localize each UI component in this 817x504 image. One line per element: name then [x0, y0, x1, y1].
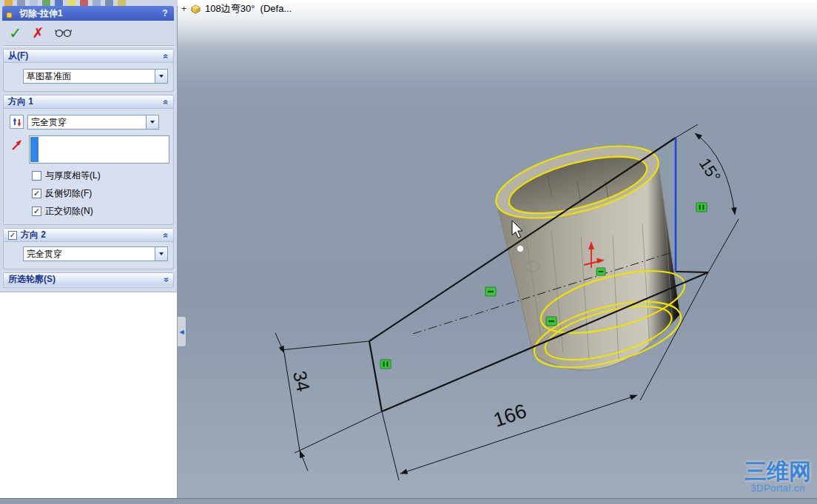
- toolbar-icon[interactable]: [105, 0, 113, 6]
- checkbox-link-thickness[interactable]: 与厚度相等(L): [32, 169, 101, 182]
- end-condition-value-2: 完全贯穿: [24, 248, 155, 261]
- toolbar-icon[interactable]: [55, 0, 63, 6]
- solidworks-window: 切除-拉伸1 ? ✓ ✗ 从(F) « 草图基准面: [0, 0, 817, 504]
- panel-title: 切除-拉伸1: [19, 7, 156, 20]
- checkbox-label: 反侧切除(F): [45, 187, 92, 200]
- toolbar-icon[interactable]: [67, 0, 75, 6]
- group-selected-contours: 所选轮廓(S) «: [3, 272, 174, 288]
- group-direction1-header[interactable]: 方向 1 «: [4, 95, 173, 109]
- from-plane-value: 草图基准面: [24, 70, 155, 83]
- group-from: 从(F) « 草图基准面: [3, 49, 174, 92]
- checkbox-label: 正交切除(N): [45, 205, 93, 218]
- group-from-label: 从(F): [8, 50, 160, 62]
- checkbox-box[interactable]: ✓: [32, 189, 41, 198]
- toolbar-icon[interactable]: [80, 0, 88, 6]
- expand-chevron-icon[interactable]: «: [162, 277, 171, 282]
- bottom-edge-strip: [0, 498, 817, 504]
- toolbar-icon[interactable]: [30, 0, 38, 6]
- cancel-button[interactable]: ✗: [33, 26, 44, 40]
- checkbox-flip-side-to-cut[interactable]: ✓ 反侧切除(F): [32, 187, 92, 200]
- relation-badge[interactable]: [380, 360, 391, 369]
- group-selected-contours-header[interactable]: 所选轮廓(S) «: [4, 273, 173, 286]
- group-direction1-label: 方向 1: [8, 95, 160, 108]
- cylinder-body[interactable]: [488, 132, 690, 380]
- from-plane-dropdown[interactable]: 草图基准面: [23, 69, 168, 84]
- panel-titlebar: 切除-拉伸1 ?: [2, 6, 174, 21]
- group-direction2-label: 方向 2: [21, 229, 160, 241]
- graphics-viewport[interactable]: + 108边弯30° (Defa... ◀: [178, 0, 817, 504]
- relation-badge[interactable]: [546, 317, 557, 326]
- relation-badge[interactable]: [696, 203, 707, 212]
- relation-badge[interactable]: [596, 268, 605, 275]
- end-condition-value-1: 完全贯穿: [28, 116, 146, 129]
- checkbox-normal-cut[interactable]: ✓ 正交切除(N): [32, 205, 93, 218]
- ok-button[interactable]: ✓: [9, 25, 22, 41]
- group-direction1: 方向 1 « 完全贯穿: [3, 95, 174, 225]
- group-from-header[interactable]: 从(F) «: [4, 50, 173, 63]
- dimension-34[interactable]: [275, 333, 382, 471]
- detailed-preview-glasses-icon[interactable]: [55, 28, 73, 38]
- dropdown-arrow-icon[interactable]: [155, 70, 167, 83]
- checkbox-label: 与厚度相等(L): [45, 169, 101, 182]
- reverse-direction-button[interactable]: [10, 115, 24, 129]
- property-manager-panel: 切除-拉伸1 ? ✓ ✗ 从(F) « 草图基准面: [0, 6, 178, 504]
- toolbar-sliver: [0, 0, 182, 6]
- checkbox-box[interactable]: [32, 171, 41, 181]
- collapse-chevron-icon[interactable]: «: [162, 99, 171, 104]
- dimension-166-text[interactable]: 166: [491, 400, 529, 431]
- end-condition-dropdown-1[interactable]: 完全贯穿: [27, 115, 159, 130]
- direction-reference-selection-box[interactable]: [29, 135, 169, 164]
- dimension-34-text[interactable]: 34: [289, 369, 315, 393]
- divider: [3, 45, 174, 47]
- checkbox-box[interactable]: ✓: [32, 206, 41, 216]
- dimension-15-text[interactable]: 15°: [696, 155, 724, 186]
- panel-empty-area: [0, 292, 177, 504]
- selection-highlight-strip: [30, 137, 38, 162]
- end-condition-dropdown-2[interactable]: 完全贯穿: [23, 246, 168, 261]
- toolbar-icon[interactable]: [17, 0, 25, 6]
- dropdown-arrow-icon[interactable]: [146, 115, 158, 129]
- group-direction2-header[interactable]: ✓ 方向 2 «: [4, 229, 173, 242]
- dimension-15deg[interactable]: [676, 124, 739, 272]
- dropdown-arrow-icon[interactable]: [155, 247, 167, 261]
- group-direction2: ✓ 方向 2 « 完全贯穿: [3, 228, 174, 269]
- direction2-enable-checkbox[interactable]: ✓: [8, 231, 17, 240]
- collapse-chevron-icon[interactable]: «: [162, 53, 171, 58]
- panel-action-bar: ✓ ✗: [4, 22, 73, 43]
- cut-extrude-icon: [6, 9, 16, 19]
- help-button[interactable]: ?: [160, 8, 170, 19]
- direction-reference-arrow-icon: [10, 138, 24, 155]
- relation-badge[interactable]: [485, 287, 496, 296]
- toolbar-icon[interactable]: [4, 0, 13, 6]
- collapse-chevron-icon[interactable]: «: [162, 232, 171, 238]
- toolbar-icon[interactable]: [42, 0, 50, 6]
- toolbar-icon[interactable]: [93, 0, 101, 6]
- toolbar-icon[interactable]: [118, 0, 126, 6]
- group-selected-contours-label: 所选轮廓(S): [8, 273, 160, 286]
- model-scene[interactable]: 34 166 15°: [178, 0, 817, 504]
